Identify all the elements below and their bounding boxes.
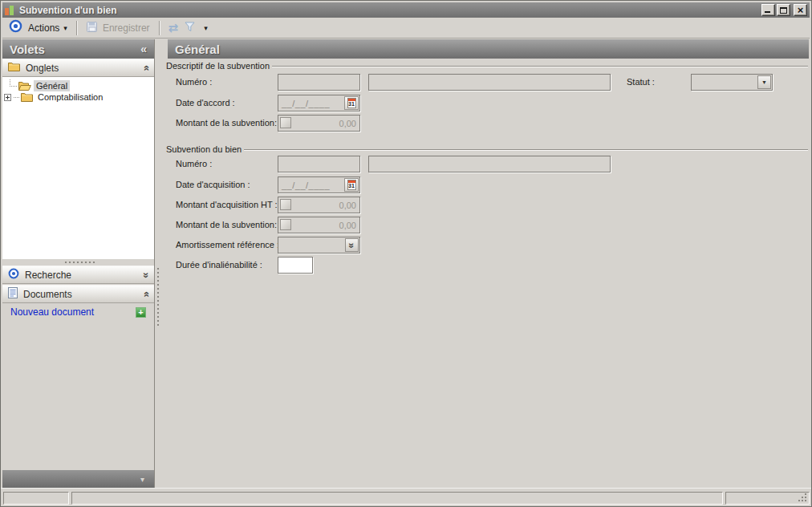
chevron-up-icon: » (143, 64, 148, 72)
folder-icon (8, 62, 20, 74)
status-bar (1, 488, 811, 506)
toolbar-separator (76, 21, 77, 35)
status-panel-right (725, 492, 810, 505)
tree-connector (14, 97, 19, 98)
sidebar-title: Volets (10, 43, 45, 56)
refresh-button[interactable]: ⇄ (168, 21, 179, 35)
new-document-link[interactable]: Nouveau document (10, 306, 94, 318)
numero-description-input[interactable] (368, 74, 611, 91)
collapse-sidebar-button[interactable]: « (140, 43, 147, 55)
documents-panel: Nouveau document + (2, 305, 154, 319)
vertical-splitter[interactable] (155, 39, 163, 488)
sidebar-horizontal-splitter[interactable] (2, 259, 154, 266)
group-legend: Subvention du bien (166, 144, 808, 155)
app-icon (5, 5, 15, 15)
toolbar-overflow-button[interactable]: ▾ (201, 24, 210, 32)
tree-item-label: Général (34, 80, 70, 91)
calendar-button[interactable]: 31 (344, 96, 359, 110)
general-form: Descriptif de la subvention Numéro : Sta… (163, 59, 811, 489)
statut-label: Statut : (627, 77, 655, 87)
numero-bien-description-input[interactable] (368, 156, 611, 172)
calendar-icon: 31 (347, 98, 356, 108)
montant-subvention-bien-input[interactable]: 0,00 (278, 217, 360, 233)
numero-input[interactable] (278, 74, 360, 91)
date-mask: __/__/____ (282, 180, 330, 190)
statut-combobox[interactable]: ▼ (691, 74, 773, 91)
numero-label: Numéro : (176, 77, 212, 87)
date-acquisition-input[interactable]: __/__/____ 31 (278, 176, 360, 193)
amount-button[interactable] (280, 117, 291, 128)
tree-item-comptabilisation[interactable]: Comptabilisation (2, 91, 154, 103)
combo-dropdown-button[interactable]: ▼ (757, 75, 771, 89)
section-header-recherche[interactable]: Recherche » (2, 266, 154, 284)
title-bar[interactable]: Subvention d'un bien × (2, 2, 810, 18)
amount-button[interactable] (280, 199, 291, 210)
duree-input[interactable] (278, 257, 313, 274)
amount-value: 0,00 (339, 201, 356, 210)
status-panel-center (71, 492, 723, 505)
status-panel-left (3, 492, 69, 505)
expand-plus-icon[interactable] (4, 94, 11, 101)
duree-label: Durée d'inaliénabilité : (176, 260, 262, 270)
caret-down-icon: ▾ (140, 475, 144, 484)
sidebar-bottom-bar[interactable]: ▾ (2, 470, 154, 488)
amount-value: 0,00 (339, 221, 356, 230)
maximize-icon (780, 7, 787, 14)
montant-subvention-input[interactable]: 0,00 (278, 115, 360, 132)
minimize-icon (765, 11, 770, 13)
actions-button[interactable]: Actions ▾ (28, 22, 67, 34)
montant-acquisition-label: Montant d'acquisition HT : (176, 200, 278, 209)
numero-bien-input[interactable] (278, 156, 360, 172)
montant-acquisition-input[interactable]: 0,00 (278, 197, 360, 213)
save-label: Enregistrer (103, 22, 150, 34)
amortissement-combobox[interactable]: » (278, 237, 360, 253)
tree-item-label: Comptabilisation (35, 91, 105, 103)
filter-icon (184, 21, 196, 35)
group-legend: Descriptif de la subvention (166, 60, 808, 71)
refresh-icon: ⇄ (168, 21, 179, 35)
document-icon (8, 287, 18, 301)
minimize-button[interactable] (761, 4, 775, 16)
app-window: Subvention d'un bien × Actions ▾ Enregis… (0, 0, 812, 507)
section-label: Recherche (25, 270, 71, 281)
bullseye-icon (8, 268, 19, 282)
calendar-icon: 31 (347, 180, 356, 190)
combo-expand-button[interactable]: » (345, 238, 359, 252)
amount-value: 0,00 (339, 119, 356, 128)
date-acquisition-label: Date d'acquisition : (176, 180, 250, 189)
section-label: Onglets (26, 63, 59, 74)
add-document-button[interactable]: + (136, 307, 146, 318)
section-header-onglets[interactable]: Onglets » (2, 59, 154, 77)
date-mask: __/__/____ (282, 99, 330, 108)
filter-button[interactable] (184, 21, 196, 35)
calendar-button[interactable]: 31 (344, 178, 359, 192)
open-folder-icon (18, 81, 31, 91)
chevron-up-icon: » (143, 290, 148, 298)
montant-subvention-bien-label: Montant de la subvention: (176, 220, 277, 229)
section-header-documents[interactable]: Documents » (2, 285, 154, 303)
date-accord-label: Date d'accord : (176, 98, 235, 107)
tree-item-general[interactable]: Général (2, 80, 154, 91)
caret-down-icon: ▾ (63, 24, 67, 32)
onglets-tree: Général Comptabilisation (2, 77, 154, 259)
close-icon: × (794, 4, 806, 16)
chevron-down-icon: » (143, 271, 148, 279)
page-title: Général (175, 43, 220, 56)
sidebar-header: Volets « (2, 39, 154, 59)
save-button[interactable]: Enregistrer (86, 21, 150, 35)
window-title: Subvention d'un bien (19, 5, 761, 16)
bullseye-icon (9, 19, 22, 36)
caret-down-icon: ▼ (761, 79, 767, 85)
numero-bien-label: Numéro : (176, 159, 212, 168)
actions-label: Actions (28, 22, 59, 34)
resize-grip[interactable] (798, 493, 807, 502)
maximize-button[interactable] (777, 4, 790, 16)
date-accord-input[interactable]: __/__/____ 31 (278, 95, 360, 112)
folder-icon (21, 92, 33, 102)
toolbar: Actions ▾ Enregistrer ⇄ ▾ (2, 18, 810, 39)
save-icon (86, 21, 99, 35)
close-button[interactable]: × (794, 4, 807, 16)
main-header: Général (168, 39, 809, 59)
amount-button[interactable] (280, 219, 291, 230)
window-controls: × (761, 4, 807, 16)
